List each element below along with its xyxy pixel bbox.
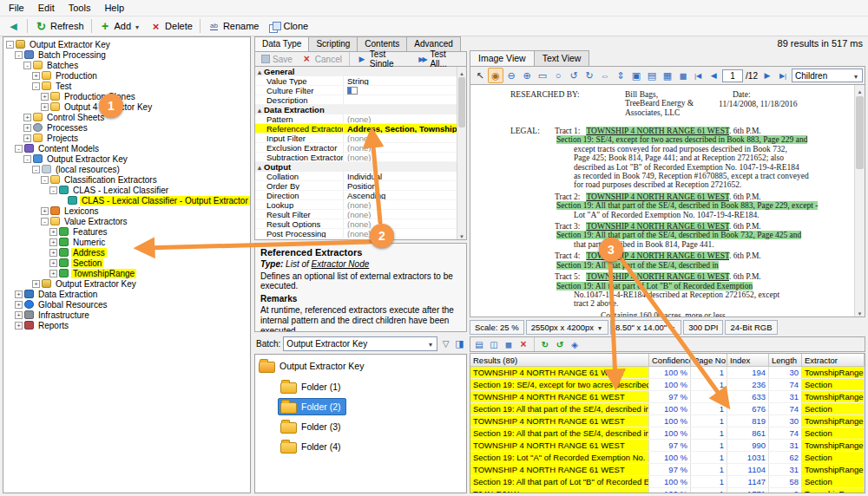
tree-expander[interactable]: - — [32, 166, 40, 173]
view-mode-selector[interactable]: Children — [792, 69, 863, 82]
result-row[interactable]: Section 19: SE/4, except for two acres d… — [470, 379, 865, 391]
save-image-icon[interactable] — [675, 68, 691, 83]
tree-expander[interactable]: - — [6, 41, 14, 49]
status-2550px-x-4200px[interactable]: 2550px x 4200px — [526, 320, 608, 335]
menu-help[interactable]: Help — [97, 1, 131, 15]
next-page-button[interactable] — [760, 69, 774, 82]
fit-width-icon[interactable] — [597, 68, 613, 83]
property-value[interactable]: (none) — [344, 143, 457, 152]
scrollbar-thumb[interactable] — [458, 77, 465, 127]
tree-expander[interactable]: + — [41, 93, 49, 101]
tree-expander[interactable]: - — [41, 218, 49, 225]
property-result-options[interactable]: Result Options(none) — [255, 219, 457, 229]
tree-item-local-resources[interactable]: -(local resources) — [3, 164, 250, 174]
property-value[interactable] — [344, 95, 457, 104]
tree-expander[interactable]: + — [23, 124, 31, 132]
result-row[interactable]: Section 19: All that part of the SE/4, d… — [470, 427, 865, 440]
status-24-bit-rgb[interactable]: 24-Bit RGB — [725, 320, 777, 335]
tree-item-reports[interactable]: +Reports — [3, 320, 250, 330]
result-row[interactable]: Section 19: Lot "A" of Recorded Exemptio… — [470, 452, 865, 464]
column-extractor[interactable]: Extractor — [802, 354, 865, 367]
scroll-up-icon[interactable] — [855, 85, 865, 95]
rename-button[interactable]: Rename — [203, 18, 264, 35]
property-input-filter[interactable]: Input Filter(none) — [255, 134, 457, 143]
refresh-button[interactable]: Refresh — [30, 18, 89, 35]
property-value[interactable] — [344, 86, 457, 95]
folder-item-folder-2[interactable]: Folder (2) — [255, 396, 466, 416]
fit-height-icon[interactable] — [613, 68, 628, 83]
result-row[interactable]: TOWNSHIP 4 NORTH RANGE 61 WEST100 %18193… — [470, 415, 865, 427]
tab-data-type[interactable]: Data Type — [254, 36, 309, 51]
property-culture-filter[interactable]: Culture Filter — [255, 86, 457, 95]
folder-item-folder-1[interactable]: Folder (1) — [255, 376, 466, 396]
tree-item-features[interactable]: +Features — [3, 226, 250, 237]
tree-expander[interactable]: + — [49, 259, 57, 267]
property-result-filter[interactable]: Result Filter(none) — [255, 210, 457, 219]
property-value[interactable]: (none) — [344, 200, 457, 209]
property-pattern[interactable]: Pattern(none) — [255, 114, 457, 124]
grid-view-icon[interactable] — [660, 68, 675, 83]
result-row[interactable]: TOWNSHIP 4 NORTH RANGE 61 WEST100 %11943… — [470, 367, 865, 379]
first-page-button[interactable] — [691, 69, 705, 82]
tree-expander[interactable]: - — [32, 82, 40, 90]
pan-icon[interactable] — [488, 68, 503, 83]
batch-root-item[interactable]: Output Extractor Key — [255, 355, 466, 376]
zoom-out-icon[interactable] — [503, 68, 519, 83]
columns-icon[interactable] — [472, 337, 486, 351]
zoom-in-icon[interactable] — [519, 68, 535, 83]
property-value[interactable]: (none) — [344, 114, 457, 123]
rotate-left-icon[interactable] — [566, 68, 582, 83]
tree-item-address[interactable]: +Address — [3, 247, 250, 258]
property-collation[interactable]: CollationIndividual — [255, 172, 457, 181]
property-value[interactable]: String — [344, 76, 457, 85]
tree-expander[interactable]: + — [49, 228, 57, 236]
tree-item-projects[interactable]: +Projects — [3, 133, 250, 143]
status-8-50-x-14-00[interactable]: 8.50" x 14.00" — [610, 320, 681, 335]
property-order-by[interactable]: Order ByPosition — [255, 181, 457, 191]
status-300-dpi[interactable]: 300 DPI — [683, 320, 723, 335]
tree-expander[interactable]: + — [41, 103, 49, 111]
tree-expander[interactable]: - — [49, 186, 57, 194]
result-row[interactable]: TOWNSHIP 4 NORTH RANGE 61 WEST97 %199031… — [470, 440, 865, 452]
column-confidence[interactable]: Confidence — [649, 354, 691, 367]
property-value-type[interactable]: Value TypeString — [255, 76, 457, 86]
tree-expander[interactable]: - — [15, 51, 23, 59]
tree-item-production[interactable]: +Production — [3, 70, 250, 81]
scroll-down-icon[interactable] — [457, 230, 466, 239]
result-row[interactable]: TOWNSHIP 4 NORTH RANGE 61 WEST97 %111043… — [470, 464, 865, 476]
category-output[interactable]: Output — [255, 162, 457, 172]
document-image-view[interactable]: RESEARCHED BY: Bill Bags,TreeBeard Energ… — [470, 85, 865, 317]
folder-row[interactable]: Folder (1) — [278, 378, 346, 395]
property-value[interactable]: Address, Section, TownshipRange — [344, 124, 457, 133]
tab-scripting[interactable]: Scripting — [308, 36, 358, 51]
tree-item-production-clones[interactable]: +Production Clones — [3, 91, 250, 101]
column-index[interactable]: Index — [727, 354, 769, 367]
menu-file[interactable]: File — [2, 1, 31, 15]
fit-page-icon[interactable] — [628, 68, 644, 83]
tree-expander[interactable]: - — [23, 62, 31, 69]
property-grid-scrollbar[interactable] — [457, 67, 466, 239]
magnifier-icon[interactable] — [550, 68, 566, 83]
folder-row[interactable]: Folder (2) — [278, 398, 346, 415]
property-value[interactable]: (none) — [344, 219, 457, 228]
clone-button[interactable]: Clone — [263, 18, 312, 35]
rerun-icon[interactable] — [553, 337, 567, 351]
folder-row[interactable]: Folder (3) — [278, 418, 346, 435]
delete-button[interactable]: Delete — [145, 18, 197, 35]
batch-selector[interactable]: Output Extractor Key — [283, 336, 437, 351]
delres-icon[interactable] — [516, 337, 530, 351]
tree-expander[interactable]: - — [41, 176, 49, 184]
tree-item-output-extractor-key[interactable]: -Output Extractor Key — [3, 39, 250, 49]
result-row[interactable]: T04N-R61W100 %117719TownshipRange — [470, 488, 865, 493]
tree-item-test[interactable]: -Test — [3, 81, 250, 91]
tree-expander[interactable]: + — [15, 290, 23, 298]
tree-item-section[interactable]: +Section — [3, 258, 250, 268]
tree-item-content-models[interactable]: -Content Models — [3, 143, 250, 153]
tree-item-processes[interactable]: +Processes — [3, 122, 250, 133]
filter-icon[interactable] — [440, 338, 451, 349]
tab-text-view[interactable]: Text View — [534, 50, 590, 66]
property-subtraction-extractor[interactable]: Subtraction Extractor(none) — [255, 153, 457, 162]
menu-edit[interactable]: Edit — [31, 1, 62, 15]
tree-expander[interactable]: + — [15, 301, 23, 309]
scroll-up-icon[interactable] — [457, 67, 466, 76]
